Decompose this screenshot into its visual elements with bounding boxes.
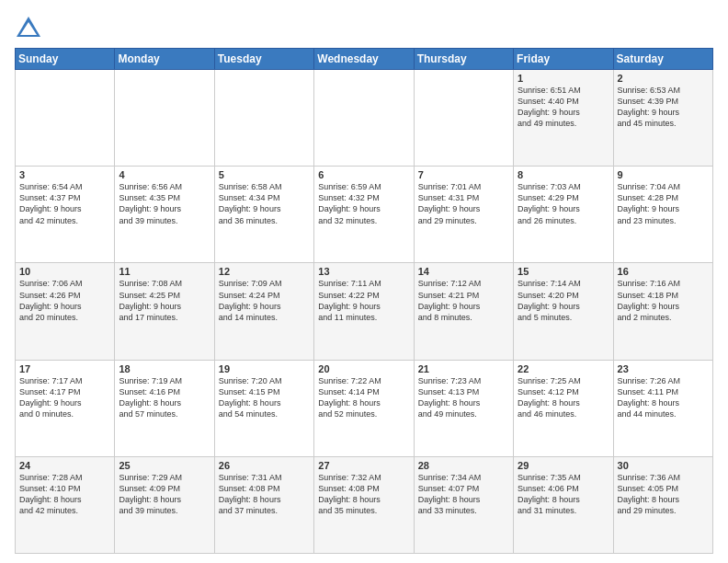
day-detail: Sunrise: 7:32 AM Sunset: 4:08 PM Dayligh… (318, 472, 409, 517)
day-number: 2 (618, 73, 709, 84)
calendar-cell-w4d6: 30Sunrise: 7:36 AM Sunset: 4:05 PM Dayli… (613, 456, 712, 553)
day-detail: Sunrise: 7:26 AM Sunset: 4:11 PM Dayligh… (618, 375, 709, 420)
calendar-cell-w4d5: 29Sunrise: 7:35 AM Sunset: 4:06 PM Dayli… (514, 456, 613, 553)
day-number: 14 (418, 266, 509, 277)
day-number: 16 (618, 266, 709, 277)
day-detail: Sunrise: 6:56 AM Sunset: 4:35 PM Dayligh… (119, 181, 210, 226)
day-detail: Sunrise: 7:06 AM Sunset: 4:26 PM Dayligh… (19, 278, 110, 323)
day-number: 26 (219, 460, 310, 471)
day-number: 24 (19, 460, 110, 471)
calendar-cell-w3d1: 18Sunrise: 7:19 AM Sunset: 4:16 PM Dayli… (115, 360, 214, 456)
calendar-cell-w4d3: 27Sunrise: 7:32 AM Sunset: 4:08 PM Dayli… (314, 456, 414, 553)
calendar-cell-w0d5: 1Sunrise: 6:51 AM Sunset: 4:40 PM Daylig… (514, 70, 613, 167)
calendar-cell-w0d0 (16, 70, 115, 167)
day-number: 4 (119, 169, 210, 180)
day-number: 3 (19, 169, 110, 180)
calendar-cell-w2d3: 13Sunrise: 7:11 AM Sunset: 4:22 PM Dayli… (314, 263, 414, 360)
day-detail: Sunrise: 7:22 AM Sunset: 4:14 PM Dayligh… (318, 375, 409, 420)
calendar-cell-w4d4: 28Sunrise: 7:34 AM Sunset: 4:07 PM Dayli… (414, 456, 513, 553)
day-number: 28 (418, 460, 509, 471)
week-row-3: 17Sunrise: 7:17 AM Sunset: 4:17 PM Dayli… (16, 360, 713, 456)
day-detail: Sunrise: 7:08 AM Sunset: 4:25 PM Dayligh… (119, 278, 210, 323)
day-number: 27 (318, 460, 409, 471)
day-number: 1 (518, 73, 609, 84)
week-row-0: 1Sunrise: 6:51 AM Sunset: 4:40 PM Daylig… (16, 70, 713, 167)
day-detail: Sunrise: 6:58 AM Sunset: 4:34 PM Dayligh… (219, 181, 310, 226)
weekday-header-wednesday: Wednesday (314, 49, 414, 70)
day-detail: Sunrise: 7:01 AM Sunset: 4:31 PM Dayligh… (418, 181, 509, 226)
calendar-cell-w0d4 (414, 70, 513, 167)
logo (15, 15, 46, 42)
week-row-4: 24Sunrise: 7:28 AM Sunset: 4:10 PM Dayli… (16, 456, 713, 553)
calendar-cell-w3d0: 17Sunrise: 7:17 AM Sunset: 4:17 PM Dayli… (16, 360, 115, 456)
calendar-cell-w3d4: 21Sunrise: 7:23 AM Sunset: 4:13 PM Dayli… (414, 360, 513, 456)
calendar-cell-w0d2 (214, 70, 313, 167)
calendar-cell-w2d2: 12Sunrise: 7:09 AM Sunset: 4:24 PM Dayli… (214, 263, 313, 360)
day-detail: Sunrise: 7:04 AM Sunset: 4:28 PM Dayligh… (618, 181, 709, 226)
calendar-cell-w1d6: 9Sunrise: 7:04 AM Sunset: 4:28 PM Daylig… (613, 167, 712, 263)
calendar-cell-w2d5: 15Sunrise: 7:14 AM Sunset: 4:20 PM Dayli… (514, 263, 613, 360)
week-row-1: 3Sunrise: 6:54 AM Sunset: 4:37 PM Daylig… (16, 167, 713, 263)
weekday-header-saturday: Saturday (613, 49, 712, 70)
calendar-cell-w0d3 (314, 70, 414, 167)
day-number: 21 (418, 363, 509, 374)
calendar-cell-w4d0: 24Sunrise: 7:28 AM Sunset: 4:10 PM Dayli… (16, 456, 115, 553)
day-detail: Sunrise: 7:36 AM Sunset: 4:05 PM Dayligh… (618, 472, 709, 517)
calendar-cell-w2d6: 16Sunrise: 7:16 AM Sunset: 4:18 PM Dayli… (613, 263, 712, 360)
day-number: 25 (119, 460, 210, 471)
day-detail: Sunrise: 6:53 AM Sunset: 4:39 PM Dayligh… (618, 85, 709, 130)
day-detail: Sunrise: 7:35 AM Sunset: 4:06 PM Dayligh… (518, 472, 609, 517)
day-number: 5 (219, 169, 310, 180)
day-number: 10 (19, 266, 110, 277)
weekday-header-thursday: Thursday (414, 49, 513, 70)
day-number: 23 (618, 363, 709, 374)
day-detail: Sunrise: 7:29 AM Sunset: 4:09 PM Dayligh… (119, 472, 210, 517)
day-detail: Sunrise: 7:25 AM Sunset: 4:12 PM Dayligh… (518, 375, 609, 420)
day-number: 9 (618, 169, 709, 180)
calendar-cell-w1d0: 3Sunrise: 6:54 AM Sunset: 4:37 PM Daylig… (16, 167, 115, 263)
day-detail: Sunrise: 7:11 AM Sunset: 4:22 PM Dayligh… (318, 278, 409, 323)
day-detail: Sunrise: 7:20 AM Sunset: 4:15 PM Dayligh… (219, 375, 310, 420)
day-number: 22 (518, 363, 609, 374)
day-number: 8 (518, 169, 609, 180)
day-detail: Sunrise: 6:51 AM Sunset: 4:40 PM Dayligh… (518, 85, 609, 130)
day-number: 17 (19, 363, 110, 374)
calendar-cell-w2d4: 14Sunrise: 7:12 AM Sunset: 4:21 PM Dayli… (414, 263, 513, 360)
calendar-cell-w3d3: 20Sunrise: 7:22 AM Sunset: 4:14 PM Dayli… (314, 360, 414, 456)
day-number: 18 (119, 363, 210, 374)
calendar-cell-w3d2: 19Sunrise: 7:20 AM Sunset: 4:15 PM Dayli… (214, 360, 313, 456)
calendar-cell-w1d2: 5Sunrise: 6:58 AM Sunset: 4:34 PM Daylig… (214, 167, 313, 263)
day-detail: Sunrise: 6:54 AM Sunset: 4:37 PM Dayligh… (19, 181, 110, 226)
weekday-header-friday: Friday (514, 49, 613, 70)
day-detail: Sunrise: 7:03 AM Sunset: 4:29 PM Dayligh… (518, 181, 609, 226)
calendar-cell-w1d5: 8Sunrise: 7:03 AM Sunset: 4:29 PM Daylig… (514, 167, 613, 263)
day-number: 19 (219, 363, 310, 374)
page: SundayMondayTuesdayWednesdayThursdayFrid… (0, 0, 728, 563)
day-detail: Sunrise: 6:59 AM Sunset: 4:32 PM Dayligh… (318, 181, 409, 226)
logo-icon (15, 15, 42, 42)
calendar-cell-w2d1: 11Sunrise: 7:08 AM Sunset: 4:25 PM Dayli… (115, 263, 214, 360)
day-number: 29 (518, 460, 609, 471)
day-detail: Sunrise: 7:31 AM Sunset: 4:08 PM Dayligh… (219, 472, 310, 517)
calendar-cell-w2d0: 10Sunrise: 7:06 AM Sunset: 4:26 PM Dayli… (16, 263, 115, 360)
calendar-cell-w0d1 (115, 70, 214, 167)
day-detail: Sunrise: 7:16 AM Sunset: 4:18 PM Dayligh… (618, 278, 709, 323)
calendar-cell-w4d2: 26Sunrise: 7:31 AM Sunset: 4:08 PM Dayli… (214, 456, 313, 553)
day-detail: Sunrise: 7:19 AM Sunset: 4:16 PM Dayligh… (119, 375, 210, 420)
weekday-header-sunday: Sunday (16, 49, 115, 70)
calendar-cell-w3d6: 23Sunrise: 7:26 AM Sunset: 4:11 PM Dayli… (613, 360, 712, 456)
day-detail: Sunrise: 7:09 AM Sunset: 4:24 PM Dayligh… (219, 278, 310, 323)
day-number: 13 (318, 266, 409, 277)
header (15, 11, 713, 42)
calendar-cell-w1d1: 4Sunrise: 6:56 AM Sunset: 4:35 PM Daylig… (115, 167, 214, 263)
day-detail: Sunrise: 7:12 AM Sunset: 4:21 PM Dayligh… (418, 278, 509, 323)
day-number: 7 (418, 169, 509, 180)
calendar-cell-w0d6: 2Sunrise: 6:53 AM Sunset: 4:39 PM Daylig… (613, 70, 712, 167)
calendar-cell-w1d3: 6Sunrise: 6:59 AM Sunset: 4:32 PM Daylig… (314, 167, 414, 263)
calendar-cell-w3d5: 22Sunrise: 7:25 AM Sunset: 4:12 PM Dayli… (514, 360, 613, 456)
day-detail: Sunrise: 7:14 AM Sunset: 4:20 PM Dayligh… (518, 278, 609, 323)
day-detail: Sunrise: 7:23 AM Sunset: 4:13 PM Dayligh… (418, 375, 509, 420)
calendar-cell-w4d1: 25Sunrise: 7:29 AM Sunset: 4:09 PM Dayli… (115, 456, 214, 553)
week-row-2: 10Sunrise: 7:06 AM Sunset: 4:26 PM Dayli… (16, 263, 713, 360)
day-detail: Sunrise: 7:28 AM Sunset: 4:10 PM Dayligh… (19, 472, 110, 517)
